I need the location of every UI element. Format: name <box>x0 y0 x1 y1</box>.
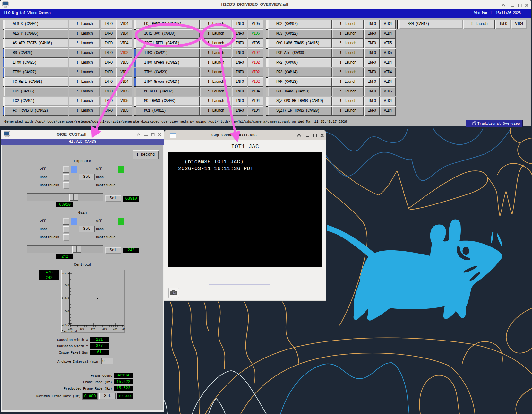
svg-text:240: 240 <box>64 310 69 313</box>
svg-text:480: 480 <box>113 328 117 331</box>
svg-text:48: 48 <box>122 328 125 331</box>
svg-text:242.5: 242.5 <box>62 297 69 299</box>
svg-text:Centroid: Centroid <box>62 330 77 333</box>
svg-text:237.5: 237.5 <box>62 324 69 326</box>
svg-text:465: 465 <box>80 328 84 331</box>
svg-text:245: 245 <box>64 284 69 287</box>
svg-text:470: 470 <box>91 328 95 331</box>
svg-text:475: 475 <box>102 328 107 331</box>
svg-text:247.5: 247.5 <box>62 272 69 275</box>
